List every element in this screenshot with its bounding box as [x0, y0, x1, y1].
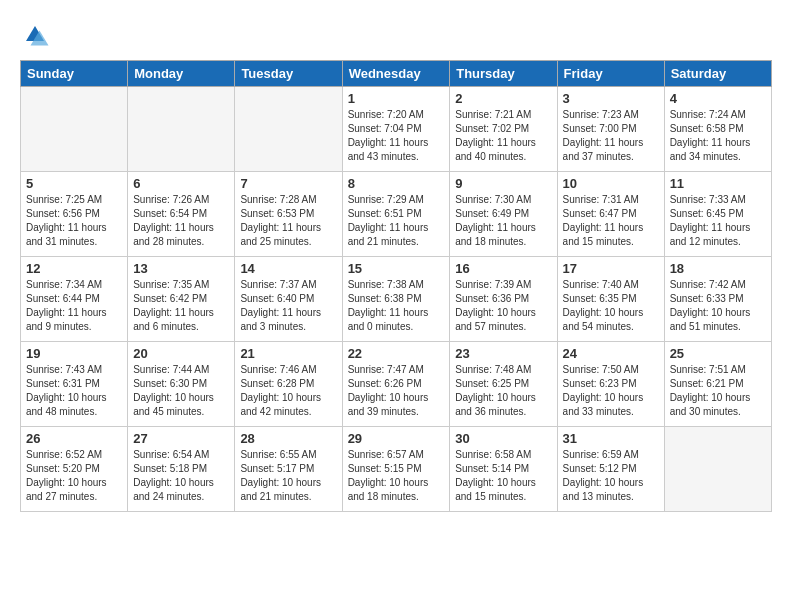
day-number: 11	[670, 176, 766, 191]
day-number: 2	[455, 91, 551, 106]
week-row-5: 26Sunrise: 6:52 AM Sunset: 5:20 PM Dayli…	[21, 427, 772, 512]
day-number: 21	[240, 346, 336, 361]
day-info: Sunrise: 6:54 AM Sunset: 5:18 PM Dayligh…	[133, 448, 229, 504]
day-number: 10	[563, 176, 659, 191]
day-info: Sunrise: 7:30 AM Sunset: 6:49 PM Dayligh…	[455, 193, 551, 249]
day-info: Sunrise: 7:44 AM Sunset: 6:30 PM Dayligh…	[133, 363, 229, 419]
day-number: 16	[455, 261, 551, 276]
calendar-cell: 2Sunrise: 7:21 AM Sunset: 7:02 PM Daylig…	[450, 87, 557, 172]
day-info: Sunrise: 7:51 AM Sunset: 6:21 PM Dayligh…	[670, 363, 766, 419]
calendar-cell	[235, 87, 342, 172]
week-row-1: 1Sunrise: 7:20 AM Sunset: 7:04 PM Daylig…	[21, 87, 772, 172]
calendar-cell: 26Sunrise: 6:52 AM Sunset: 5:20 PM Dayli…	[21, 427, 128, 512]
column-header-thursday: Thursday	[450, 61, 557, 87]
day-number: 23	[455, 346, 551, 361]
day-number: 22	[348, 346, 445, 361]
day-info: Sunrise: 7:43 AM Sunset: 6:31 PM Dayligh…	[26, 363, 122, 419]
day-info: Sunrise: 7:29 AM Sunset: 6:51 PM Dayligh…	[348, 193, 445, 249]
calendar-cell: 9Sunrise: 7:30 AM Sunset: 6:49 PM Daylig…	[450, 172, 557, 257]
calendar-header-row: SundayMondayTuesdayWednesdayThursdayFrid…	[21, 61, 772, 87]
day-info: Sunrise: 7:23 AM Sunset: 7:00 PM Dayligh…	[563, 108, 659, 164]
day-info: Sunrise: 6:57 AM Sunset: 5:15 PM Dayligh…	[348, 448, 445, 504]
calendar-cell: 25Sunrise: 7:51 AM Sunset: 6:21 PM Dayli…	[664, 342, 771, 427]
calendar-cell: 24Sunrise: 7:50 AM Sunset: 6:23 PM Dayli…	[557, 342, 664, 427]
week-row-4: 19Sunrise: 7:43 AM Sunset: 6:31 PM Dayli…	[21, 342, 772, 427]
day-info: Sunrise: 7:37 AM Sunset: 6:40 PM Dayligh…	[240, 278, 336, 334]
day-number: 17	[563, 261, 659, 276]
calendar-cell: 31Sunrise: 6:59 AM Sunset: 5:12 PM Dayli…	[557, 427, 664, 512]
day-number: 18	[670, 261, 766, 276]
calendar-cell: 18Sunrise: 7:42 AM Sunset: 6:33 PM Dayli…	[664, 257, 771, 342]
calendar-cell: 8Sunrise: 7:29 AM Sunset: 6:51 PM Daylig…	[342, 172, 450, 257]
day-info: Sunrise: 7:35 AM Sunset: 6:42 PM Dayligh…	[133, 278, 229, 334]
day-info: Sunrise: 7:33 AM Sunset: 6:45 PM Dayligh…	[670, 193, 766, 249]
day-number: 3	[563, 91, 659, 106]
day-info: Sunrise: 7:20 AM Sunset: 7:04 PM Dayligh…	[348, 108, 445, 164]
day-number: 25	[670, 346, 766, 361]
day-info: Sunrise: 6:52 AM Sunset: 5:20 PM Dayligh…	[26, 448, 122, 504]
day-number: 8	[348, 176, 445, 191]
day-info: Sunrise: 6:55 AM Sunset: 5:17 PM Dayligh…	[240, 448, 336, 504]
calendar-cell: 3Sunrise: 7:23 AM Sunset: 7:00 PM Daylig…	[557, 87, 664, 172]
day-info: Sunrise: 6:58 AM Sunset: 5:14 PM Dayligh…	[455, 448, 551, 504]
calendar-cell: 13Sunrise: 7:35 AM Sunset: 6:42 PM Dayli…	[128, 257, 235, 342]
calendar-cell: 19Sunrise: 7:43 AM Sunset: 6:31 PM Dayli…	[21, 342, 128, 427]
column-header-wednesday: Wednesday	[342, 61, 450, 87]
column-header-saturday: Saturday	[664, 61, 771, 87]
day-info: Sunrise: 7:34 AM Sunset: 6:44 PM Dayligh…	[26, 278, 122, 334]
calendar-cell: 21Sunrise: 7:46 AM Sunset: 6:28 PM Dayli…	[235, 342, 342, 427]
day-number: 27	[133, 431, 229, 446]
day-number: 24	[563, 346, 659, 361]
day-number: 4	[670, 91, 766, 106]
day-number: 15	[348, 261, 445, 276]
week-row-3: 12Sunrise: 7:34 AM Sunset: 6:44 PM Dayli…	[21, 257, 772, 342]
day-number: 1	[348, 91, 445, 106]
day-info: Sunrise: 7:48 AM Sunset: 6:25 PM Dayligh…	[455, 363, 551, 419]
page-header	[20, 20, 772, 50]
day-info: Sunrise: 7:31 AM Sunset: 6:47 PM Dayligh…	[563, 193, 659, 249]
day-info: Sunrise: 7:21 AM Sunset: 7:02 PM Dayligh…	[455, 108, 551, 164]
calendar-cell: 5Sunrise: 7:25 AM Sunset: 6:56 PM Daylig…	[21, 172, 128, 257]
calendar-cell: 23Sunrise: 7:48 AM Sunset: 6:25 PM Dayli…	[450, 342, 557, 427]
day-info: Sunrise: 7:40 AM Sunset: 6:35 PM Dayligh…	[563, 278, 659, 334]
calendar-cell	[128, 87, 235, 172]
calendar-cell	[21, 87, 128, 172]
calendar-cell: 30Sunrise: 6:58 AM Sunset: 5:14 PM Dayli…	[450, 427, 557, 512]
day-info: Sunrise: 7:26 AM Sunset: 6:54 PM Dayligh…	[133, 193, 229, 249]
calendar-cell: 1Sunrise: 7:20 AM Sunset: 7:04 PM Daylig…	[342, 87, 450, 172]
calendar-cell: 27Sunrise: 6:54 AM Sunset: 5:18 PM Dayli…	[128, 427, 235, 512]
column-header-tuesday: Tuesday	[235, 61, 342, 87]
calendar-cell: 10Sunrise: 7:31 AM Sunset: 6:47 PM Dayli…	[557, 172, 664, 257]
calendar-cell	[664, 427, 771, 512]
day-number: 29	[348, 431, 445, 446]
day-number: 13	[133, 261, 229, 276]
calendar-cell: 16Sunrise: 7:39 AM Sunset: 6:36 PM Dayli…	[450, 257, 557, 342]
column-header-friday: Friday	[557, 61, 664, 87]
calendar-cell: 6Sunrise: 7:26 AM Sunset: 6:54 PM Daylig…	[128, 172, 235, 257]
calendar-cell: 14Sunrise: 7:37 AM Sunset: 6:40 PM Dayli…	[235, 257, 342, 342]
calendar-cell: 20Sunrise: 7:44 AM Sunset: 6:30 PM Dayli…	[128, 342, 235, 427]
day-number: 7	[240, 176, 336, 191]
day-number: 19	[26, 346, 122, 361]
day-info: Sunrise: 7:28 AM Sunset: 6:53 PM Dayligh…	[240, 193, 336, 249]
day-number: 20	[133, 346, 229, 361]
day-number: 5	[26, 176, 122, 191]
day-number: 12	[26, 261, 122, 276]
day-info: Sunrise: 7:38 AM Sunset: 6:38 PM Dayligh…	[348, 278, 445, 334]
calendar-cell: 17Sunrise: 7:40 AM Sunset: 6:35 PM Dayli…	[557, 257, 664, 342]
day-info: Sunrise: 7:24 AM Sunset: 6:58 PM Dayligh…	[670, 108, 766, 164]
calendar-cell: 12Sunrise: 7:34 AM Sunset: 6:44 PM Dayli…	[21, 257, 128, 342]
day-number: 6	[133, 176, 229, 191]
day-info: Sunrise: 7:39 AM Sunset: 6:36 PM Dayligh…	[455, 278, 551, 334]
calendar: SundayMondayTuesdayWednesdayThursdayFrid…	[20, 60, 772, 512]
day-info: Sunrise: 7:42 AM Sunset: 6:33 PM Dayligh…	[670, 278, 766, 334]
day-number: 28	[240, 431, 336, 446]
logo-icon	[20, 20, 50, 50]
day-info: Sunrise: 7:25 AM Sunset: 6:56 PM Dayligh…	[26, 193, 122, 249]
logo	[20, 20, 54, 50]
day-number: 26	[26, 431, 122, 446]
day-number: 31	[563, 431, 659, 446]
day-info: Sunrise: 7:47 AM Sunset: 6:26 PM Dayligh…	[348, 363, 445, 419]
day-number: 30	[455, 431, 551, 446]
column-header-monday: Monday	[128, 61, 235, 87]
